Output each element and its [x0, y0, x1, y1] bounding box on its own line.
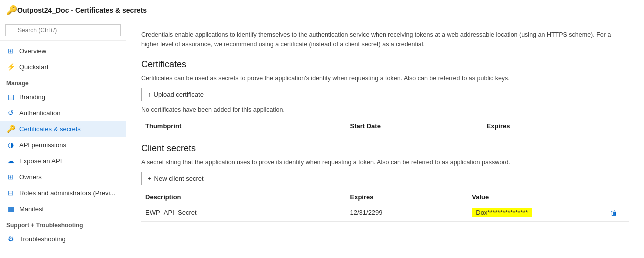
- bolt-icon: ⚡: [6, 62, 15, 71]
- client-secrets-description: A secret string that the application use…: [141, 159, 621, 166]
- client-secrets-table: Description Expires Value EWP_API_Secret…: [141, 190, 629, 222]
- roles-icon: ⊟: [6, 188, 15, 197]
- sidebar-item-label: Authentication: [19, 109, 60, 117]
- sidebar-item-label: Troubleshooting: [19, 235, 66, 243]
- secret-actions: 🗑: [604, 204, 629, 221]
- search-input[interactable]: [5, 24, 121, 36]
- expose-icon: ☁: [6, 156, 15, 165]
- app-title: Outpost24_Doc - Certificates & secrets: [17, 6, 147, 14]
- sidebar-item-label: API permissions: [19, 141, 66, 149]
- troubleshoot-icon: ⚙: [6, 234, 15, 243]
- sidebar-item-label: Owners: [19, 173, 42, 181]
- certificates-table: Thumbprint Start Date Expires: [141, 119, 629, 133]
- value-header: Value: [468, 190, 604, 204]
- sidebar: 🔍 ⊞ Overview ⚡ Quickstart Manage ▤ Brand…: [0, 20, 126, 258]
- content-area: Credentials enable applications to ident…: [126, 20, 644, 258]
- sidebar-item-certificates-secrets[interactable]: 🔑 Certificates & secrets: [0, 121, 126, 137]
- intro-text: Credentials enable applications to ident…: [141, 30, 621, 49]
- sidebar-item-quickstart[interactable]: ⚡ Quickstart: [0, 59, 126, 75]
- thumbprint-header: Thumbprint: [141, 119, 346, 133]
- sidebar-item-label: Certificates & secrets: [19, 125, 81, 133]
- actions-header: [604, 190, 629, 204]
- sidebar-item-expose-api[interactable]: ☁ Expose an API: [0, 153, 126, 169]
- sidebar-item-label: Expose an API: [19, 157, 62, 165]
- sidebar-item-label: Roles and administrators (Previ...: [19, 189, 115, 197]
- sidebar-item-troubleshooting[interactable]: ⚙ Troubleshooting: [0, 231, 126, 247]
- plus-icon: +: [148, 175, 152, 182]
- api-icon: ◑: [6, 140, 15, 149]
- secret-value: Dox****************: [468, 204, 604, 221]
- grid-icon: ⊞: [6, 46, 15, 55]
- owners-icon: ⊞: [6, 172, 15, 181]
- client-secrets-title: Client secrets: [141, 143, 629, 154]
- sidebar-item-label: Branding: [19, 93, 45, 101]
- app-icon: 🔑: [6, 5, 17, 16]
- main-layout: 🔍 ⊞ Overview ⚡ Quickstart Manage ▤ Brand…: [0, 20, 644, 258]
- expires-header: Expires: [346, 190, 468, 204]
- upload-certificate-button[interactable]: ↑ Upload certificate: [141, 88, 210, 101]
- expires-cert-header: Expires: [483, 119, 629, 133]
- sidebar-item-label: Quickstart: [19, 63, 49, 71]
- sidebar-item-manifest[interactable]: ▦ Manifest: [0, 201, 126, 217]
- sidebar-item-label: Manifest: [19, 205, 44, 213]
- auth-icon: ↺: [6, 108, 15, 117]
- table-row: EWP_API_Secret 12/31/2299 Dox***********…: [141, 204, 629, 221]
- certificates-description: Certificates can be used as secrets to p…: [141, 75, 621, 82]
- delete-secret-button[interactable]: 🗑: [608, 208, 619, 218]
- startdate-header: Start Date: [346, 119, 483, 133]
- certificates-title: Certificates: [141, 59, 629, 70]
- sidebar-item-authentication[interactable]: ↺ Authentication: [0, 105, 126, 121]
- new-secret-button-label: New client secret: [154, 175, 204, 182]
- sidebar-search-container: 🔍: [0, 20, 126, 41]
- sidebar-item-api-permissions[interactable]: ◑ API permissions: [0, 137, 126, 153]
- sidebar-item-owners[interactable]: ⊞ Owners: [0, 169, 126, 185]
- upload-button-label: Upload certificate: [154, 91, 204, 98]
- description-header: Description: [141, 190, 346, 204]
- sidebar-item-branding[interactable]: ▤ Branding: [0, 89, 126, 105]
- no-certificates-message: No certificates have been added for this…: [141, 106, 629, 113]
- branding-icon: ▤: [6, 92, 15, 101]
- sidebar-item-label: Overview: [19, 47, 46, 55]
- sidebar-item-overview[interactable]: ⊞ Overview: [0, 43, 126, 59]
- upload-icon: ↑: [148, 91, 151, 98]
- manage-section-header: Manage: [0, 75, 126, 89]
- sidebar-nav: ⊞ Overview ⚡ Quickstart Manage ▤ Brandin…: [0, 41, 126, 258]
- title-bar: 🔑 Outpost24_Doc - Certificates & secrets: [0, 0, 644, 20]
- search-wrapper: 🔍: [5, 24, 121, 36]
- support-section-header: Support + Troubleshooting: [0, 217, 126, 231]
- secret-value-highlighted: Dox****************: [472, 208, 532, 217]
- secret-description: EWP_API_Secret: [141, 204, 346, 221]
- secret-expires: 12/31/2299: [346, 204, 468, 221]
- new-client-secret-button[interactable]: + New client secret: [141, 172, 210, 185]
- manifest-icon: ▦: [6, 204, 15, 213]
- sidebar-item-roles[interactable]: ⊟ Roles and administrators (Previ...: [0, 185, 126, 201]
- key-icon: 🔑: [6, 124, 15, 133]
